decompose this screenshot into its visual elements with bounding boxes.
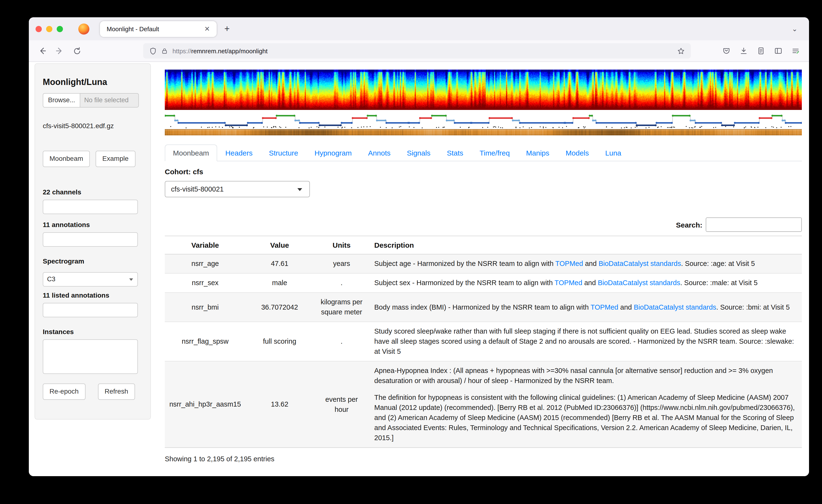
cell-value: full scoring [246, 322, 314, 361]
new-tab-button[interactable]: + [222, 24, 233, 34]
annotations-label: 11 annotations [43, 221, 143, 228]
cell-value: 47.61 [246, 254, 314, 273]
spectrogram-channel-select[interactable]: C3 [43, 272, 138, 287]
url-bar[interactable]: https://remnrem.net/app/moonlight [143, 43, 691, 59]
back-arrow-icon [37, 46, 47, 56]
spectrogram-label: Spectrogram [43, 257, 143, 265]
refresh-button[interactable]: Refresh [98, 384, 135, 400]
tracking-protection-shield-icon[interactable] [149, 47, 157, 55]
cell-value: 13.62 [246, 361, 314, 448]
sidebar-toggle-icon [774, 47, 783, 55]
description-link[interactable]: BioDataCatalyst standards [598, 279, 680, 287]
forward-button[interactable] [52, 43, 67, 59]
pocket-button[interactable] [719, 43, 734, 59]
cell-units: kilograms per square meter [314, 293, 369, 322]
firefox-view-icon[interactable] [78, 23, 89, 34]
reload-icon [72, 46, 81, 55]
tab-annots[interactable]: Annots [360, 144, 399, 161]
cell-description: Apnea-Hypopnea Index : (All apneas + hyp… [369, 361, 802, 448]
table-info: Showing 1 to 2,195 of 2,195 entries [165, 455, 802, 463]
table-row[interactable]: nsrr_age47.61yearsSubject age - Harmoniz… [165, 254, 802, 273]
browser-window: Moonlight - Default ✕ + ⌄ https://remnre… [29, 17, 809, 476]
table-row[interactable]: nsrr_sexmale.Subject sex - Harmonized by… [165, 273, 802, 293]
browse-button[interactable]: Browse... [43, 93, 80, 108]
downloads-button[interactable] [736, 43, 751, 59]
pocket-icon [722, 47, 731, 55]
moonbeam-button[interactable]: Moonbeam [43, 151, 90, 167]
tab-stats[interactable]: Stats [439, 144, 471, 161]
menu-icon [791, 47, 800, 55]
description-link[interactable]: TOPMed [555, 260, 583, 267]
column-header-value[interactable]: Value [246, 236, 314, 254]
tab-signals[interactable]: Signals [399, 144, 439, 161]
back-button[interactable] [35, 43, 50, 59]
tab-manips[interactable]: Manips [518, 144, 557, 161]
table-header-row: Variable Value Units Description [165, 236, 802, 254]
cell-value: male [246, 273, 314, 293]
listed-annotations-input[interactable] [43, 303, 138, 317]
hypnogram-canvas[interactable] [165, 113, 802, 129]
bookmark-star-icon[interactable] [677, 47, 685, 55]
column-header-variable[interactable]: Variable [165, 236, 246, 254]
tab-moonbeam[interactable]: Moonbeam [165, 144, 217, 161]
description-link[interactable]: BioDataCatalyst standards [634, 303, 716, 311]
table-row[interactable]: nsrr_flag_spswfull scoring.Study scored … [165, 322, 802, 361]
url-text[interactable]: https://remnrem.net/app/moonlight [172, 47, 677, 54]
search-input[interactable] [706, 217, 802, 232]
cell-description: Subject sex - Harmonized by the NSRR tea… [369, 273, 802, 293]
signal-band-canvas[interactable] [165, 129, 802, 135]
browser-tabstrip: Moonlight - Default ✕ + ⌄ [29, 17, 809, 40]
instances-box[interactable] [43, 339, 138, 374]
lock-icon[interactable] [161, 47, 168, 54]
channels-label: 22 channels [43, 188, 143, 196]
browser-tab[interactable]: Moonlight - Default ✕ [100, 21, 217, 37]
spectrogram-canvas[interactable] [165, 70, 802, 110]
cell-units: . [314, 322, 369, 361]
window-controls [36, 26, 63, 32]
column-header-units[interactable]: Units [314, 236, 369, 254]
document-icon [757, 47, 765, 55]
tab-hypnogram[interactable]: Hypnogram [306, 144, 360, 161]
example-button[interactable]: Example [96, 151, 135, 167]
cell-units: . [314, 273, 369, 293]
tab-luna[interactable]: Luna [597, 144, 630, 161]
forward-arrow-icon [55, 46, 64, 56]
column-header-description[interactable]: Description [369, 236, 802, 254]
minimize-window-button[interactable] [46, 26, 52, 32]
spectrogram-channel-value: C3 [47, 276, 55, 283]
tab-structure[interactable]: Structure [261, 144, 307, 161]
search-label: Search: [676, 221, 702, 229]
app-sidebar: Moonlight/Luna Browse... No file selecte… [35, 63, 151, 420]
description-link[interactable]: TOPMed [590, 303, 618, 311]
cohort-select[interactable]: cfs-visit5-800021 [165, 181, 310, 197]
cell-description: Body mass index (BMI) - Harmonized by th… [369, 293, 802, 322]
results-table-body: nsrr_age47.61yearsSubject age - Harmoniz… [165, 254, 802, 448]
description-link[interactable]: TOPMed [555, 279, 582, 287]
toolbar-right-icons [719, 43, 803, 59]
sidebar-toggle-button[interactable] [771, 43, 786, 59]
caret-down-icon [297, 188, 302, 191]
reader-view-button[interactable] [753, 43, 769, 59]
tab-time-freq[interactable]: Time/freq [471, 144, 518, 161]
channels-input[interactable] [43, 200, 138, 214]
listed-annotations-label: 11 listed annotations [43, 291, 143, 299]
list-all-tabs-chevron-icon[interactable]: ⌄ [788, 25, 801, 33]
reload-button[interactable] [69, 43, 84, 59]
sidebar-bottom-buttons: Re-epoch Refresh [43, 384, 143, 400]
zoom-window-button[interactable] [57, 26, 63, 32]
table-row[interactable]: nsrr_bmi36.7072042kilograms per square m… [165, 293, 802, 322]
close-window-button[interactable] [36, 26, 42, 32]
tab-close-icon[interactable]: ✕ [202, 24, 212, 33]
annotations-input[interactable] [43, 232, 138, 247]
table-search-row: Search: [165, 217, 802, 232]
tab-headers[interactable]: Headers [217, 144, 261, 161]
re-epoch-button[interactable]: Re-epoch [43, 384, 85, 400]
cell-units: years [314, 254, 369, 273]
app-menu-button[interactable] [788, 43, 803, 59]
tab-title: Moonlight - Default [107, 25, 202, 32]
file-upload-control: Browse... No file selected [43, 93, 139, 108]
download-icon [739, 47, 748, 55]
description-link[interactable]: BioDataCatalyst standards [598, 260, 681, 267]
tab-models[interactable]: Models [557, 144, 597, 161]
table-row[interactable]: nsrr_ahi_hp3r_aasm1513.62events per hour… [165, 361, 802, 448]
